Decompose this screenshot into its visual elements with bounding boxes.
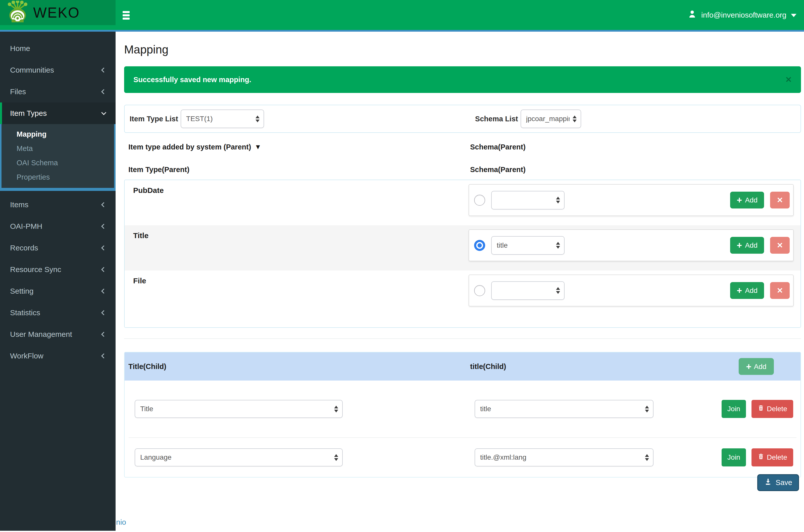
sidebar-item-resource-sync[interactable]: Resource Sync [0,259,116,280]
title-radio[interactable] [474,240,485,251]
pubdate-radio[interactable] [474,195,485,206]
parent-mapping-table: PubDate + Add ✕ Title [124,179,801,328]
sidebar-item-item-types[interactable]: Item Types [0,102,116,124]
parent-header-right: Schema(Parent) [470,142,526,152]
main-content: Mapping Successfully saved new mapping. … [116,32,804,491]
save-button[interactable]: Save [757,474,799,491]
file-schema-select[interactable] [491,281,564,300]
success-alert: Successfully saved new mapping. ✕ [124,66,801,93]
child-row-language: Language title.@xml:lang Join Delete [125,438,801,477]
plus-icon: + [737,286,742,295]
user-menu[interactable]: info@inveniosoftware.org [688,0,797,30]
chevron-left-icon [101,224,106,229]
caret-down-filled-icon[interactable]: ▼ [255,142,261,152]
child-item-select[interactable]: Title [135,400,343,418]
col-item-type-parent: Item Type(Parent) [128,165,189,175]
sidebar-item-records[interactable]: Records [0,237,116,259]
item-types-submenu: Mapping Meta OAI Schema Properties [0,124,116,191]
chevron-left-icon [101,332,106,337]
remove-button[interactable]: ✕ [770,282,790,299]
sidebar: Home Communities Files Item Types Mappin… [0,32,116,531]
navbar-accent-line [0,30,804,32]
join-button[interactable]: Join [722,400,746,418]
remove-button[interactable]: ✕ [770,237,790,254]
child-row-title: Title title Join Delete [125,381,801,437]
select-arrows-icon [256,116,260,122]
select-arrows-icon [556,197,560,204]
item-type-select[interactable]: TEST(1) [181,110,264,128]
download-icon [764,478,772,488]
section-divider [124,338,801,339]
sidebar-item-statistics[interactable]: Statistics [0,302,116,324]
weko-crown-icon [6,1,29,24]
alert-message: Successfully saved new mapping. [133,76,251,84]
item-type-list-label: Item Type List [130,115,178,123]
child-section-header: Title(Child) title(Child) + Add [125,353,801,381]
sidebar-item-workflow[interactable]: WorkFlow [0,345,116,367]
sidebar-item-setting[interactable]: Setting [0,280,116,302]
sidebar-item-communities[interactable]: Communities [0,59,116,81]
submenu-item-oai-schema[interactable]: OAI Schema [1,156,114,170]
top-navbar: WEKO info@inveniosoftware.org [0,0,804,30]
caret-down-icon [791,14,797,17]
chevron-left-icon [101,289,106,293]
select-arrows-icon [645,454,649,461]
delete-button[interactable]: Delete [751,448,793,467]
child-schema-select[interactable]: title.@xml:lang [474,448,654,467]
sidebar-item-oai-pmh[interactable]: OAI-PMH [0,215,116,237]
trash-icon [758,405,764,413]
table-row-title: Title title + Add ✕ [125,225,801,270]
parent-section-header: Item type added by system (Parent) ▼ Sch… [124,142,801,152]
chevron-left-icon [101,68,106,73]
submenu-item-meta[interactable]: Meta [1,141,114,156]
list-selection-panel: Item Type List TEST(1) Schema List jpcoa… [124,105,801,133]
chevron-left-icon [101,267,106,272]
add-button[interactable]: + Add [730,282,764,299]
remove-button[interactable]: ✕ [770,192,790,208]
page-title: Mapping [124,43,801,56]
file-radio[interactable] [474,285,485,296]
chevron-left-icon [101,354,106,358]
plus-icon: + [737,241,742,250]
parent-header-left: Item type added by system (Parent) [128,142,251,152]
submenu-item-mapping[interactable]: Mapping [1,127,114,141]
child-schema-select[interactable]: title [474,400,654,418]
title-schema-select[interactable]: title [491,236,564,255]
sidebar-item-user-management[interactable]: User Management [0,324,116,345]
sidebar-toggle-hamburger-icon[interactable] [123,11,130,20]
select-arrows-icon [334,454,338,461]
add-button[interactable]: + Add [730,192,764,208]
page-footer: nio [116,512,804,532]
schema-select[interactable]: jpcoar_mapping [521,110,581,128]
plus-icon: + [746,362,751,371]
plus-icon: + [737,196,742,205]
close-icon: ✕ [777,241,783,250]
delete-button[interactable]: Delete [751,400,793,418]
pubdate-schema-select[interactable] [491,191,564,209]
sidebar-item-files[interactable]: Files [0,81,116,102]
select-arrows-icon [573,116,577,122]
schema-list-label: Schema List [475,115,518,123]
brand-name: WEKO [33,4,80,21]
col-schema-parent: Schema(Parent) [470,165,526,175]
chevron-left-icon [101,310,106,315]
table-row-file: File + Add ✕ [125,270,801,327]
child-item-select[interactable]: Language [135,448,343,467]
chevron-left-icon [101,89,106,94]
user-email: info@inveniosoftware.org [701,11,786,19]
select-arrows-icon [645,406,649,413]
chevron-left-icon [101,245,106,250]
select-arrows-icon [556,287,560,294]
user-icon [688,10,697,20]
close-icon[interactable]: ✕ [785,75,792,84]
add-button[interactable]: + Add [730,237,764,254]
sidebar-item-items[interactable]: Items [0,194,116,215]
sidebar-item-home[interactable]: Home [0,38,116,59]
child-add-button[interactable]: + Add [739,358,774,375]
brand-logo[interactable]: WEKO [0,0,116,25]
trash-icon [758,453,764,462]
join-button[interactable]: Join [722,448,746,467]
submenu-item-properties[interactable]: Properties [1,170,114,184]
chevron-left-icon [101,202,106,207]
powered-by-link[interactable]: nio [116,518,126,527]
